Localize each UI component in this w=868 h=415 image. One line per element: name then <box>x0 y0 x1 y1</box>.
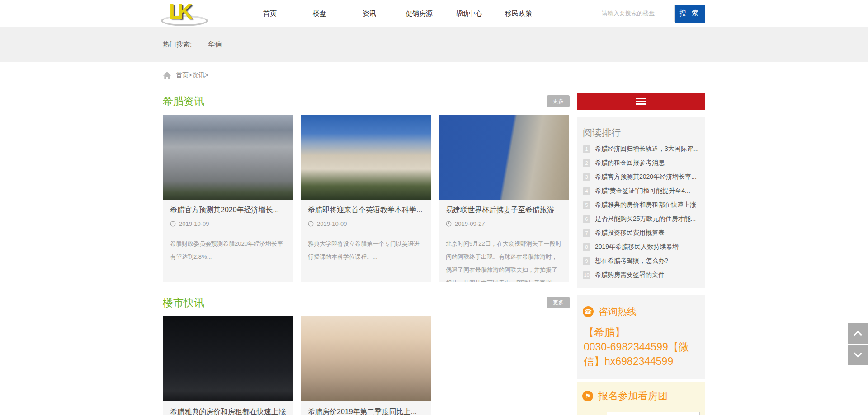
site-logo[interactable]: LK <box>163 0 212 27</box>
rank-text: 希腊购房需要签署的文件 <box>595 271 665 279</box>
article-body: 易建联世界杯后携妻子至希腊旅游 2019-09-27 北京时间9月22日，在大众… <box>439 200 569 282</box>
rank-number: 10 <box>583 271 590 279</box>
ranking-item[interactable]: 3 希腊官方预测其2020年经济增长率... <box>583 173 699 181</box>
rank-text: 希腊雅典的房价和房租都在快速上涨 <box>595 201 696 209</box>
article-title[interactable]: 易建联世界杯后携妻子至希腊旅游 <box>446 205 562 215</box>
reading-ranking-panel: 阅读排行 1 希腊经济回归增长轨道，3大国际评... 2 希腊的租金回报参考消息… <box>577 117 705 288</box>
rank-number: 7 <box>583 229 590 237</box>
ranking-item[interactable]: 2 希腊的租金回报参考消息 <box>583 159 699 167</box>
ranking-item[interactable]: 6 是否只能购买25万欧元的住房才能... <box>583 215 699 223</box>
ranking-item[interactable]: 10 希腊购房需要签署的文件 <box>583 271 699 279</box>
hot-search-keyword[interactable]: 华信 <box>208 40 222 49</box>
greece-news-cards: 希腊官方预测其2020年经济增长... 2019-10-09 希腊财政委员会预测… <box>163 115 570 282</box>
article-excerpt: 北京时间9月22日，在大众视野消失了一段时间的阿联终于出现。有球迷在希腊旅游时，… <box>446 237 562 282</box>
ranking-item[interactable]: 7 希腊投资移民费用概算表 <box>583 229 699 237</box>
nav-item-promotions[interactable]: 促销房源 <box>394 0 444 27</box>
search-input[interactable] <box>597 5 675 22</box>
rank-number: 5 <box>583 201 590 209</box>
article-image[interactable] <box>439 115 569 200</box>
rank-number: 6 <box>583 215 590 223</box>
rank-number: 9 <box>583 257 590 265</box>
scroll-down-button[interactable] <box>848 345 868 365</box>
hotline-title: 咨询热线 <box>599 305 637 318</box>
article-body: 希腊房价2019年第二季度同比上... <box>301 401 431 415</box>
section-header-greece-news: 希腊资讯 更多 <box>163 93 570 109</box>
phone-icon: ☎ <box>583 306 594 317</box>
news-column: 希腊资讯 更多 希腊官方预测其2020年经济增长... 2019-10-09 希… <box>163 93 570 415</box>
market-news-cards: 希腊雅典的房价和房租都在快速上涨 希腊房价2019年第二季度同比上... <box>163 316 570 415</box>
search-button[interactable]: 搜 索 <box>675 5 705 23</box>
ranking-title: 阅读排行 <box>583 126 699 139</box>
article-card[interactable]: 易建联世界杯后携妻子至希腊旅游 2019-09-27 北京时间9月22日，在大众… <box>439 115 569 282</box>
ranking-item[interactable]: 1 希腊经济回归增长轨道，3大国际评... <box>583 145 699 153</box>
chevron-down-icon <box>854 349 862 357</box>
article-date: 2019-10-09 <box>317 220 347 227</box>
hotline-number: 【希腊】0030-6982344599【微信】hx6982344599 <box>583 325 699 368</box>
article-date: 2019-09-27 <box>455 220 485 227</box>
signup-title: 报名参加看房团 <box>598 389 668 403</box>
header: LK 首页 楼盘 资讯 促销房源 帮助中心 移民政策 搜 索 <box>0 0 868 27</box>
article-body: 希腊即将迎来首个英语教学本科学... 2019-10-09 雅典大学即将设立希腊… <box>301 200 431 282</box>
section-header-market-news: 楼市快讯 更多 <box>163 294 570 311</box>
name-input[interactable] <box>607 412 700 415</box>
scroll-buttons <box>848 323 868 366</box>
article-title[interactable]: 希腊官方预测其2020年经济增长... <box>170 205 286 215</box>
nav-item-news[interactable]: 资讯 <box>344 0 394 27</box>
nav-item-properties[interactable]: 楼盘 <box>295 0 344 27</box>
rank-text: 是否只能购买25万欧元的住房才能... <box>595 215 696 223</box>
breadcrumb-path[interactable]: 首页>资讯> <box>176 71 208 79</box>
rank-number: 8 <box>583 243 590 251</box>
article-excerpt: 雅典大学即将设立希腊第一个专门以英语进行授课的本科学位课程。... <box>308 237 424 263</box>
home-icon <box>163 72 171 79</box>
sidebar-menu-bar[interactable] <box>577 93 705 110</box>
ranking-item[interactable]: 5 希腊雅典的房价和房租都在快速上涨 <box>583 201 699 209</box>
article-image[interactable] <box>301 115 431 200</box>
article-body: 希腊雅典的房价和房租都在快速上涨 <box>163 401 293 415</box>
hamburger-icon <box>636 97 646 106</box>
more-button[interactable]: 更多 <box>547 297 570 308</box>
hot-search-label: 热门搜索: <box>163 40 192 49</box>
signup-panel: ⚑ 报名参加看房团 姓 名 电 话 <box>577 382 705 415</box>
rank-text: 2019年希腊移民人数持续暴增 <box>595 243 679 251</box>
article-card[interactable]: 希腊雅典的房价和房租都在快速上涨 <box>163 316 293 415</box>
main-nav: 首页 楼盘 资讯 促销房源 帮助中心 移民政策 <box>245 0 543 27</box>
more-button[interactable]: 更多 <box>547 95 570 107</box>
nav-item-help-center[interactable]: 帮助中心 <box>444 0 494 27</box>
clock-icon <box>170 221 176 227</box>
nav-item-home[interactable]: 首页 <box>245 0 295 27</box>
article-date-row: 2019-10-09 <box>308 220 424 227</box>
article-date: 2019-10-09 <box>179 220 209 227</box>
rank-text: 想在希腊考驾照，怎么办? <box>595 257 668 265</box>
article-date-row: 2019-10-09 <box>170 220 286 227</box>
rank-number: 2 <box>583 159 590 167</box>
scroll-up-button[interactable] <box>848 323 868 344</box>
article-title[interactable]: 希腊即将迎来首个英语教学本科学... <box>308 205 424 215</box>
article-image[interactable] <box>163 115 293 200</box>
rank-text: 希腊经济回归增长轨道，3大国际评... <box>595 145 698 153</box>
hot-search-bar: 热门搜索: 华信 <box>0 27 868 62</box>
search-bar: 搜 索 <box>597 5 705 23</box>
rank-text: 希腊投资移民费用概算表 <box>595 229 665 237</box>
rank-text: 希腊官方预测其2020年经济增长率... <box>595 173 697 181</box>
article-card[interactable]: 希腊官方预测其2020年经济增长... 2019-10-09 希腊财政委员会预测… <box>163 115 293 282</box>
rank-number: 4 <box>583 187 590 195</box>
ranking-item[interactable]: 9 想在希腊考驾照，怎么办? <box>583 257 699 265</box>
article-title[interactable]: 希腊雅典的房价和房租都在快速上涨 <box>170 407 286 415</box>
sidebar: 阅读排行 1 希腊经济回归增长轨道，3大国际评... 2 希腊的租金回报参考消息… <box>577 93 705 415</box>
ranking-item[interactable]: 4 希腊“黄金签证”门槛可能提升至4... <box>583 187 699 195</box>
hotline-phone: 0030-6982344599【微信】hx6982344599 <box>584 341 689 367</box>
article-card[interactable]: 希腊房价2019年第二季度同比上... <box>301 316 431 415</box>
article-date-row: 2019-09-27 <box>446 220 562 227</box>
rank-number: 3 <box>583 173 590 181</box>
flag-icon: ⚑ <box>582 391 593 401</box>
article-image[interactable] <box>301 316 431 401</box>
hotline-panel: ☎ 咨询热线 【希腊】0030-6982344599【微信】hx69823445… <box>577 295 705 379</box>
article-excerpt: 希腊财政委员会预测希腊2020年经济增长率有望达到2.8%... <box>170 237 286 263</box>
nav-item-immigration-policy[interactable]: 移民政策 <box>494 0 543 27</box>
section-title: 楼市快讯 <box>163 296 204 310</box>
article-card[interactable]: 希腊即将迎来首个英语教学本科学... 2019-10-09 雅典大学即将设立希腊… <box>301 115 431 282</box>
article-title[interactable]: 希腊房价2019年第二季度同比上... <box>308 407 424 415</box>
article-image[interactable] <box>163 316 293 401</box>
ranking-item[interactable]: 8 2019年希腊移民人数持续暴增 <box>583 243 699 251</box>
rank-number: 1 <box>583 145 590 153</box>
